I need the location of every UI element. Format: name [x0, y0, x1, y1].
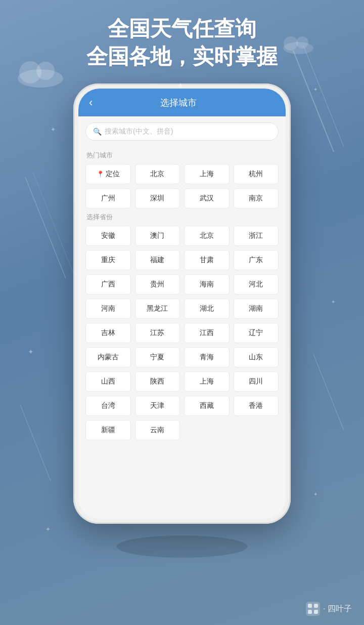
svg-rect-20 [306, 602, 320, 616]
province-btn-21[interactable]: 宁夏 [135, 347, 180, 367]
province-btn-23[interactable]: 山东 [234, 347, 279, 367]
province-btn-20[interactable]: 内蒙古 [85, 347, 131, 367]
title-line2: 全国各地，实时掌握 [0, 43, 364, 71]
province-btn-9[interactable]: 贵州 [135, 274, 180, 295]
logo-text: · 四叶子 [323, 604, 352, 614]
svg-line-2 [25, 177, 66, 278]
province-btn-2[interactable]: 北京 [184, 226, 230, 246]
province-btn-14[interactable]: 湖北 [184, 299, 230, 319]
title-section: 全国天气任查询 全国各地，实时掌握 [0, 15, 364, 70]
province-btn-26[interactable]: 上海 [184, 371, 230, 392]
app-header: ‹ 选择城市 [78, 89, 286, 116]
svg-text:✦: ✦ [331, 299, 335, 305]
city-beijing[interactable]: 北京 [135, 164, 180, 184]
province-btn-29[interactable]: 天津 [135, 396, 180, 416]
city-locate-label: 定位 [106, 170, 120, 179]
province-btn-3[interactable]: 浙江 [234, 226, 279, 246]
province-btn-8[interactable]: 广西 [85, 274, 131, 295]
province-btn-27[interactable]: 四川 [234, 371, 279, 392]
province-btn-19[interactable]: 辽宁 [234, 323, 279, 343]
bottom-logo: · 四叶子 [306, 602, 352, 616]
app-content: ‹ 选择城市 🔍 搜索城市(中文、拼音) 热门城市 📍 定位 北京 上海 [78, 89, 286, 519]
province-btn-31[interactable]: 香港 [234, 396, 279, 416]
logo-icon [306, 602, 320, 616]
svg-rect-23 [308, 610, 312, 614]
svg-rect-22 [314, 604, 318, 608]
search-icon: 🔍 [93, 128, 102, 136]
svg-point-19 [116, 535, 248, 558]
back-button[interactable]: ‹ [86, 94, 95, 112]
province-btn-11[interactable]: 河北 [234, 274, 279, 295]
province-label: 选择省份 [86, 213, 279, 222]
content-area: 热门城市 📍 定位 北京 上海 杭州 广州 深圳 武汉 南京 选择省份 [78, 147, 286, 519]
svg-text:✦: ✦ [51, 126, 56, 133]
city-shanghai[interactable]: 上海 [184, 164, 230, 184]
province-btn-5[interactable]: 福建 [135, 250, 180, 270]
city-wuhan[interactable]: 武汉 [184, 188, 230, 209]
title-line1: 全国天气任查询 [0, 15, 364, 43]
province-btn-6[interactable]: 甘肃 [184, 250, 230, 270]
province-btn-32[interactable]: 新疆 [85, 420, 131, 440]
province-btn-0[interactable]: 安徽 [85, 226, 131, 246]
hot-cities-label: 热门城市 [86, 151, 279, 160]
hot-cities-grid: 📍 定位 北京 上海 杭州 广州 深圳 武汉 南京 [85, 164, 279, 209]
province-btn-18[interactable]: 江西 [184, 323, 230, 343]
province-grid: 安徽澳门北京浙江重庆福建甘肃广东广西贵州海南河北河南黑龙江湖北湖南吉林江苏江西辽… [85, 226, 279, 440]
province-btn-12[interactable]: 河南 [85, 299, 131, 319]
svg-line-4 [313, 354, 344, 430]
province-btn-7[interactable]: 广东 [234, 250, 279, 270]
city-guangzhou[interactable]: 广州 [85, 188, 131, 209]
city-shenzhen[interactable]: 深圳 [135, 188, 180, 209]
search-input[interactable]: 搜索城市(中文、拼音) [105, 127, 173, 136]
svg-text:✦: ✦ [46, 526, 51, 533]
svg-text:✦: ✦ [313, 491, 317, 497]
header-title: 选择城市 [95, 97, 261, 109]
city-nanjing[interactable]: 南京 [234, 188, 279, 209]
phone-mockup: ‹ 选择城市 🔍 搜索城市(中文、拼音) 热门城市 📍 定位 北京 上海 [73, 84, 291, 524]
svg-rect-24 [314, 610, 318, 614]
phone-inner: ‹ 选择城市 🔍 搜索城市(中文、拼音) 热门城市 📍 定位 北京 上海 [78, 89, 286, 519]
province-btn-13[interactable]: 黑龙江 [135, 299, 180, 319]
province-btn-28[interactable]: 台湾 [85, 396, 131, 416]
province-btn-25[interactable]: 陕西 [135, 371, 180, 392]
province-btn-30[interactable]: 西藏 [184, 396, 230, 416]
svg-text:✦: ✦ [313, 87, 317, 92]
svg-point-6 [18, 69, 63, 88]
svg-rect-21 [308, 604, 312, 608]
search-bar[interactable]: 🔍 搜索城市(中文、拼音) [85, 122, 279, 141]
city-locate[interactable]: 📍 定位 [85, 164, 131, 184]
province-btn-4[interactable]: 重庆 [85, 250, 131, 270]
province-btn-33[interactable]: 云南 [135, 420, 180, 440]
province-btn-15[interactable]: 湖南 [234, 299, 279, 319]
svg-text:✦: ✦ [28, 348, 34, 356]
province-btn-16[interactable]: 吉林 [85, 323, 131, 343]
province-btn-24[interactable]: 山西 [85, 371, 131, 392]
svg-line-5 [20, 405, 51, 481]
city-hangzhou[interactable]: 杭州 [234, 164, 279, 184]
locate-icon: 📍 [97, 171, 104, 178]
province-btn-17[interactable]: 江苏 [135, 323, 180, 343]
province-btn-22[interactable]: 青海 [184, 347, 230, 367]
province-btn-10[interactable]: 海南 [184, 274, 230, 295]
svg-line-3 [33, 172, 73, 273]
province-btn-1[interactable]: 澳门 [135, 226, 180, 246]
